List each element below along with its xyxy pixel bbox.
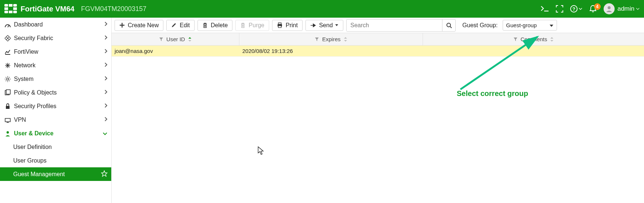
notification-badge: 4 [594,3,601,10]
chevron-right-icon [104,21,108,28]
policy-icon [4,89,12,96]
sidebar-item-vpn[interactable]: VPN [0,113,111,127]
mouse-cursor-icon [258,146,264,155]
svg-rect-7 [13,11,17,13]
sidebar-sub-label: User Definition [13,144,52,150]
sidebar-label: Network [14,62,36,69]
search-icon [446,22,452,28]
sidebar-label: Policy & Objects [14,89,57,96]
plus-icon [119,22,125,28]
svg-point-19 [7,131,9,133]
sidebar-sub-user-definition[interactable]: User Definition [0,140,111,154]
column-label: Comments [521,36,547,42]
sidebar-item-security-profiles[interactable]: Security Profiles [0,99,111,113]
user-caret-icon[interactable] [636,7,640,11]
svg-rect-1 [9,4,12,7]
search-button[interactable] [442,19,455,31]
guest-group-select[interactable]: Guest-group [503,20,557,31]
svg-rect-5 [4,11,8,13]
sidebar-label: VPN [14,117,26,123]
print-icon [277,22,283,28]
sidebar-item-dashboard[interactable]: Dashboard [0,18,111,31]
cli-icon[interactable] [540,6,549,12]
filter-icon [315,37,319,42]
sidebar-sub-guest-management[interactable]: Guest Management [0,167,111,181]
btn-label: Print [286,22,298,29]
delete-button[interactable]: Delete [198,20,232,31]
username[interactable]: admin [618,5,634,13]
svg-rect-22 [278,26,281,28]
chevron-right-icon [104,76,108,82]
svg-line-12 [8,25,9,27]
annotation-text: Select correct group [457,89,528,98]
svg-rect-15 [6,90,10,94]
svg-point-23 [447,23,451,27]
star-icon[interactable] [101,170,108,178]
print-button[interactable]: Print [272,20,303,31]
guest-group-value: Guest-group [506,22,536,28]
column-header-expires[interactable]: Expires [239,33,423,45]
column-header-comments[interactable]: Comments [423,33,644,45]
btn-label: Create New [128,22,159,29]
btn-label: Send [319,22,333,29]
sidebar-item-policy-objects[interactable]: Policy & Objects [0,86,111,99]
column-header-userid[interactable]: User ID [112,33,239,45]
sidebar-label: Security Fabric [14,35,53,42]
sidebar-item-security-fabric[interactable]: Security Fabric [0,31,111,45]
create-new-button[interactable]: Create New [115,20,163,31]
cell-expires: 2020/08/02 19:13:26 [239,48,423,54]
chevron-right-icon [104,35,108,42]
fortigate-logo-icon [4,4,17,14]
svg-point-11 [608,6,611,9]
svg-point-13 [7,78,9,80]
svg-rect-16 [6,106,10,109]
sidebar-sub-label: User Groups [13,157,47,164]
svg-rect-20 [278,23,281,24]
notification-bell-icon[interactable]: 4 [589,5,597,13]
svg-rect-3 [4,7,8,10]
sidebar-sub-user-groups[interactable]: User Groups [0,154,111,167]
help-icon[interactable]: ? [570,5,582,13]
chart-icon [4,49,12,55]
sidebar-item-fortiview[interactable]: FortiView [0,45,111,58]
sidebar-item-system[interactable]: System [0,72,111,86]
serial-number: FGVM04TM20003157 [81,5,146,13]
send-button[interactable]: Send [305,20,343,31]
chevron-right-icon [104,49,108,55]
search-wrap [346,19,456,32]
btn-label: Delete [211,22,228,29]
chevron-right-icon [104,117,108,123]
sidebar-item-user-device[interactable]: User & Device [0,127,111,140]
topbar: FortiGate VM64 FGVM04TM20003157 ? 4 admi… [0,0,644,18]
svg-text:?: ? [572,6,575,12]
chevron-right-icon [104,89,108,96]
brand-logo: FortiGate VM64 [4,4,75,14]
caret-down-icon [335,24,339,27]
purge-button: Purge [235,20,269,31]
btn-label: Purge [249,22,264,29]
svg-rect-6 [9,11,12,13]
vpn-icon [4,117,12,123]
caret-down-icon [549,22,554,28]
sidebar-label: User & Device [14,130,54,137]
guest-group-label: Guest Group: [462,22,498,29]
content: Create New Edit Delete Purge Print Send [112,18,644,203]
edit-button[interactable]: Edit [166,20,195,31]
dashboard-icon [4,21,12,28]
chevron-right-icon [104,62,108,69]
fullscreen-icon[interactable] [556,5,563,13]
table-row[interactable]: joan@nasa.gov 2020/08/02 19:13:26 [112,46,644,57]
svg-rect-4 [13,7,17,10]
search-input[interactable] [347,20,442,31]
svg-rect-0 [4,4,8,7]
svg-line-24 [450,26,452,28]
sidebar-item-network[interactable]: Network [0,58,111,72]
svg-rect-17 [5,118,10,122]
fabric-icon [4,35,12,42]
avatar[interactable] [604,3,615,14]
pencil-icon [171,22,177,28]
filter-icon [513,37,518,42]
sidebar-label: System [14,76,33,82]
sidebar-label: Security Profiles [14,103,57,110]
chevron-right-icon [104,103,108,110]
